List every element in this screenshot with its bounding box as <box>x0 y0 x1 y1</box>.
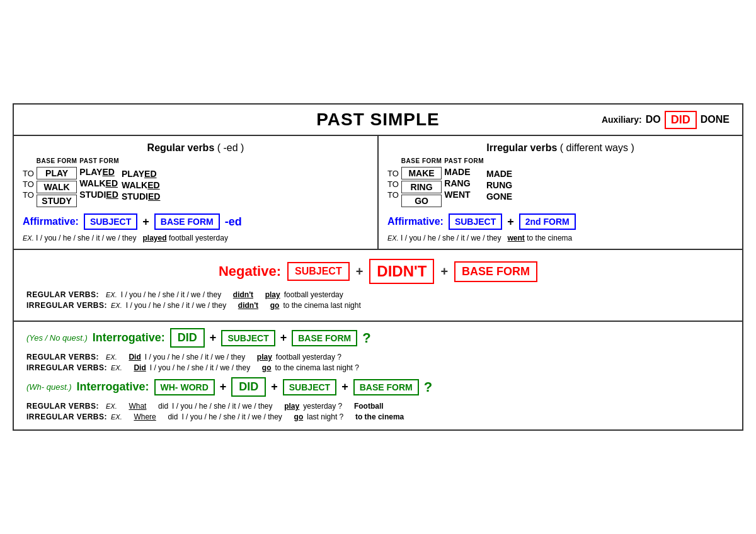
aux-do: DO <box>646 114 661 125</box>
negative-section: Negative: SUBJECT + DIDN'T + BASE FORM R… <box>14 250 742 322</box>
played-column: PLAYED WALKED STUDIED <box>122 157 160 202</box>
yes-no-irregular-example: IRREGULAR VERBS: EX. Did I / you / he / … <box>26 363 730 372</box>
past-form-column: PAST FORM PLAYED WALKED STUDIED <box>79 157 119 200</box>
irr-to-column: TO TO TO <box>387 157 399 200</box>
yes-no-regular-example: REGULAR VERBS: EX. Did I / you / he / sh… <box>26 353 730 361</box>
header: PAST SIMPLE Auxiliary: DO DID DONE <box>14 105 742 136</box>
irregular-verbs-title: Irregular verbs ( different ways ) <box>387 142 733 154</box>
regular-affirmative-row: Affirmative: SUBJECT + BASE FORM -ed <box>23 213 369 230</box>
aux-did: DID <box>665 111 697 129</box>
interrogative-section: (Yes / No quest.) Interrogative: DID + S… <box>14 322 742 429</box>
irregular-example: EX. I / you / he / she / it / we / they … <box>387 234 733 242</box>
regular-verbs-table: TO TO TO BASE FORM PLAY WALK STUDY PAST … <box>23 157 369 207</box>
aux-label: Auxiliary: <box>602 115 642 125</box>
yes-no-row: (Yes / No quest.) Interrogative: DID + S… <box>26 328 730 348</box>
negative-regular-example: REGULAR VERBS: EX. I / you / he / she / … <box>26 290 730 299</box>
irregular-verbs-panel: Irregular verbs ( different ways ) TO TO… <box>379 136 742 249</box>
irr-base-form-column: BASE FORM MAKE RING GO <box>401 157 442 207</box>
auxiliary-section: Auxiliary: DO DID DONE <box>602 111 730 129</box>
page-title: PAST SIMPLE <box>316 110 440 130</box>
irregular-affirmative-row: Affirmative: SUBJECT + 2nd FORM <box>387 213 733 230</box>
negative-irregular-example: IRREGULAR VERBS: EX. I / you / he / she … <box>26 301 730 310</box>
base-form-column: BASE FORM PLAY WALK STUDY <box>37 157 77 207</box>
irregular-verbs-table: TO TO TO BASE FORM MAKE RING GO PAST FOR… <box>387 157 733 207</box>
negative-formula-row: Negative: SUBJECT + DIDN'T + BASE FORM <box>26 259 730 284</box>
top-section: Regular verbs ( -ed ) TO TO TO BASE FORM… <box>14 136 742 250</box>
page: PAST SIMPLE Auxiliary: DO DID DONE Regul… <box>13 103 743 431</box>
aux-done: DONE <box>701 114 730 125</box>
wh-regular-example: REGULAR VERBS: EX. What did I / you / he… <box>26 402 730 411</box>
wh-irregular-example: IRREGULAR VERBS: EX. Where did I / you /… <box>26 412 730 421</box>
wh-row: (Wh- quest.) Interrogative: WH- WORD + D… <box>26 377 730 397</box>
regular-verbs-title: Regular verbs ( -ed ) <box>23 142 369 154</box>
irr-3rd-column: MADE RUNG GONE <box>486 157 512 202</box>
to-column: TO TO TO <box>23 157 34 200</box>
irr-past-form-column: PAST FORM MADE RANG WENT <box>444 157 484 200</box>
regular-example: EX. I / you / he / she / it / we / they … <box>23 234 369 242</box>
regular-verbs-panel: Regular verbs ( -ed ) TO TO TO BASE FORM… <box>14 136 379 249</box>
